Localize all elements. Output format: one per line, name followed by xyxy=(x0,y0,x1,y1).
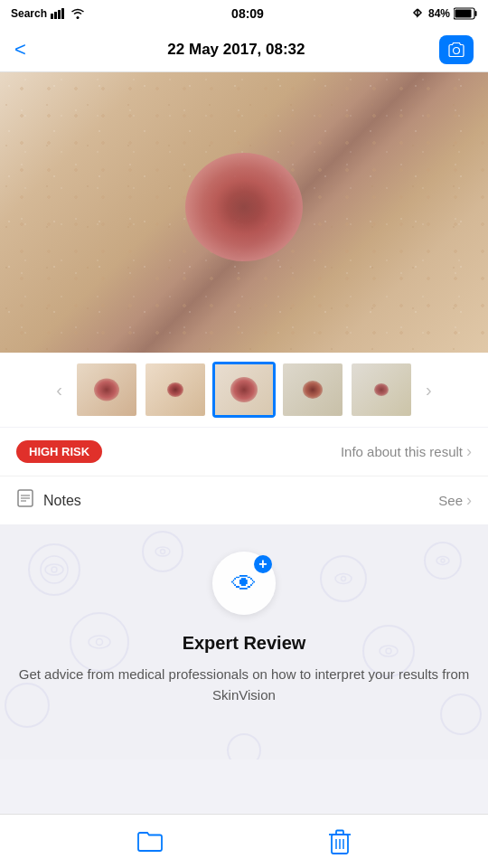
thumbnail-2[interactable] xyxy=(144,362,207,418)
thumbnail-5[interactable] xyxy=(350,362,413,418)
notes-icon xyxy=(16,489,34,512)
trash-icon xyxy=(328,828,352,855)
status-time: 08:09 xyxy=(231,6,264,21)
review-eye-wrapper: 👁 + xyxy=(212,552,276,615)
svg-rect-0 xyxy=(51,14,53,19)
plus-badge: + xyxy=(254,555,272,573)
notes-left: Notes xyxy=(16,489,81,512)
folder-button[interactable] xyxy=(136,829,164,854)
nav-title: 22 May 2017, 08:32 xyxy=(167,41,305,59)
battery-label: 84% xyxy=(428,7,450,20)
bluetooth-icon xyxy=(410,8,425,19)
back-button[interactable]: < xyxy=(14,38,33,61)
lesion-overlay xyxy=(185,153,303,261)
main-image xyxy=(0,72,488,353)
nav-bar: < 22 May 2017, 08:32 xyxy=(0,27,488,72)
expert-section: 👁 + Expert Review Get advice from medica… xyxy=(0,524,488,760)
trash-button[interactable] xyxy=(328,828,352,855)
review-icon-container: 👁 + xyxy=(18,552,470,615)
notes-label: Notes xyxy=(43,493,81,509)
svg-point-21 xyxy=(228,734,260,760)
next-arrow[interactable]: › xyxy=(418,380,439,401)
thumbnail-1[interactable] xyxy=(75,362,138,418)
status-bar: Search 08:09 84% xyxy=(0,0,488,27)
folder-icon xyxy=(136,829,164,854)
svg-rect-5 xyxy=(475,11,477,16)
notes-see-button[interactable]: See › xyxy=(438,491,472,510)
svg-rect-1 xyxy=(54,12,57,19)
signal-icon xyxy=(51,8,67,19)
high-risk-badge: HIGH RISK xyxy=(16,440,102,463)
info-chevron-icon: › xyxy=(466,442,472,461)
expert-review-description: Get advice from medical professionals on… xyxy=(18,665,470,705)
battery-icon xyxy=(454,7,477,20)
camera-icon xyxy=(447,42,465,58)
risk-row: HIGH RISK Info about this result › xyxy=(0,428,488,476)
expert-review-title: Expert Review xyxy=(18,633,470,654)
status-left: Search xyxy=(11,7,85,20)
thumbnail-strip: ‹ › xyxy=(0,353,488,427)
svg-rect-2 xyxy=(58,10,61,19)
info-link-label: Info about this result xyxy=(341,444,463,459)
search-label: Search xyxy=(11,7,47,20)
bottom-toolbar xyxy=(0,814,488,868)
eye-icon: 👁 xyxy=(231,569,257,599)
notes-chevron-icon: › xyxy=(466,491,472,510)
prev-arrow[interactable]: ‹ xyxy=(49,380,70,401)
notes-row: Notes See › xyxy=(0,476,488,524)
wifi-icon xyxy=(70,8,85,19)
status-right: 84% xyxy=(410,7,477,20)
svg-rect-6 xyxy=(455,10,472,18)
info-section: HIGH RISK Info about this result › Notes… xyxy=(0,428,488,524)
thumbnail-4[interactable] xyxy=(281,362,344,418)
svg-point-7 xyxy=(454,47,460,53)
notes-see-label: See xyxy=(438,493,463,508)
svg-rect-3 xyxy=(61,8,64,19)
thumbnail-3[interactable] xyxy=(212,362,276,418)
camera-button[interactable] xyxy=(439,35,474,64)
document-icon xyxy=(16,489,34,507)
info-link-button[interactable]: Info about this result › xyxy=(341,442,472,461)
